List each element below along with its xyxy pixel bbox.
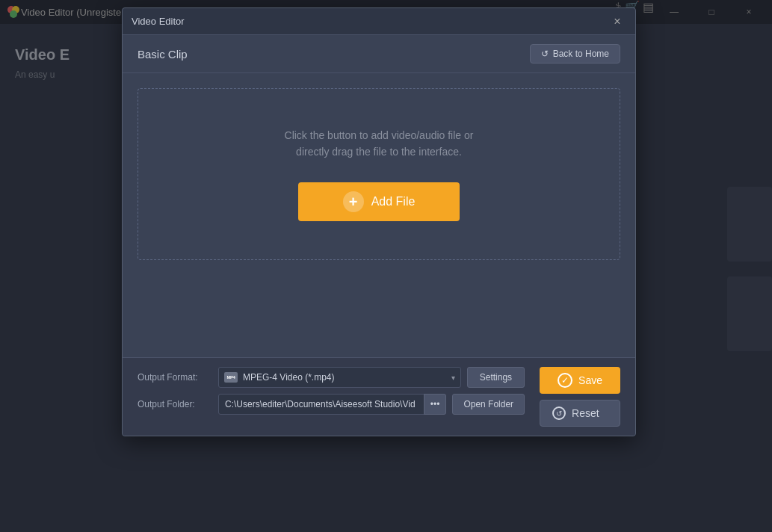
back-arrow-icon: ↺ <box>541 49 549 59</box>
settings-button[interactable]: Settings <box>467 367 525 388</box>
dialog-header: Basic Clip ↺ Back to Home <box>123 35 635 73</box>
folder-browse-button[interactable]: ••• <box>424 394 447 415</box>
reset-label: Reset <box>572 407 599 419</box>
output-folder-row: Output Folder: ••• Open Folder <box>138 394 525 415</box>
dialog-footer: Output Format: MP4 MPEG-4 Video (*.mp4) … <box>123 357 635 436</box>
dialog-title: Video Editor <box>132 16 185 27</box>
footer-fields: Output Format: MP4 MPEG-4 Video (*.mp4) … <box>138 367 525 415</box>
dialog-close-button[interactable]: × <box>608 13 626 31</box>
save-button[interactable]: ✓ Save <box>540 367 620 394</box>
back-to-home-label: Back to Home <box>553 49 609 59</box>
drop-zone-text: Click the button to add video/audio file… <box>285 127 474 161</box>
folder-input-wrapper: ••• <box>218 394 446 415</box>
save-label: Save <box>578 374 602 386</box>
add-file-button[interactable]: + Add File <box>298 182 460 221</box>
dialog-titlebar: Video Editor × <box>123 8 635 35</box>
dialog-body: Click the button to add video/audio file… <box>123 73 635 357</box>
add-file-label: Add File <box>371 195 416 208</box>
video-editor-dialog: Video Editor × Basic Clip ↺ Back to Home… <box>122 7 636 436</box>
format-select-wrapper: MP4 MPEG-4 Video (*.mp4) ▾ <box>218 367 461 388</box>
back-to-home-button[interactable]: ↺ Back to Home <box>530 44 620 64</box>
add-plus-icon: + <box>343 191 364 212</box>
format-mp4-icon: MP4 <box>224 372 238 383</box>
footer-actions: ✓ Save ↺ Reset <box>540 367 620 427</box>
open-folder-button[interactable]: Open Folder <box>452 394 525 415</box>
reset-button[interactable]: ↺ Reset <box>540 400 620 427</box>
output-format-select[interactable]: MPEG-4 Video (*.mp4) <box>218 367 461 388</box>
output-format-row: Output Format: MP4 MPEG-4 Video (*.mp4) … <box>138 367 525 388</box>
save-check-icon: ✓ <box>558 373 572 388</box>
footer-main: Output Format: MP4 MPEG-4 Video (*.mp4) … <box>138 367 620 427</box>
output-folder-label: Output Folder: <box>138 399 212 409</box>
file-drop-zone[interactable]: Click the button to add video/audio file… <box>138 88 620 260</box>
reset-refresh-icon: ↺ <box>552 406 566 420</box>
section-title: Basic Clip <box>138 48 188 61</box>
output-format-label: Output Format: <box>138 372 212 383</box>
folder-path-input[interactable] <box>218 394 446 415</box>
